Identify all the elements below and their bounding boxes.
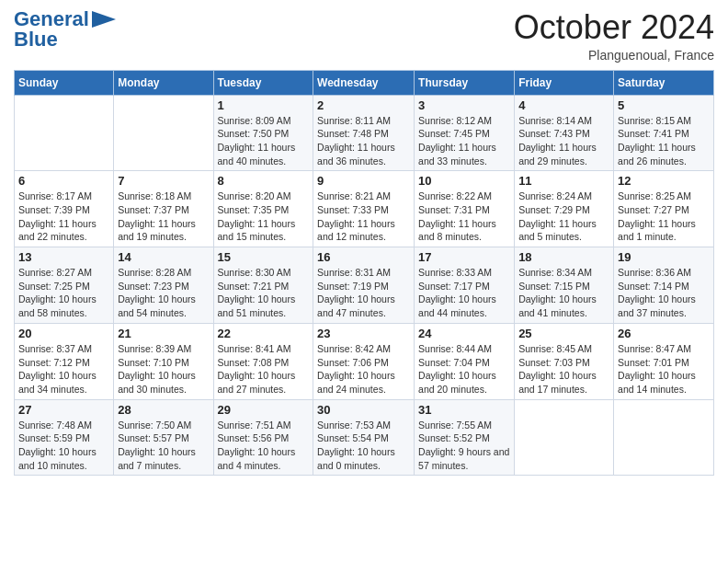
day-detail: Sunrise: 8:15 AM Sunset: 7:41 PM Dayligh… <box>618 114 710 168</box>
calendar-cell: 30Sunrise: 7:53 AM Sunset: 5:54 PM Dayli… <box>313 399 415 476</box>
day-detail: Sunrise: 8:20 AM Sunset: 7:35 PM Dayligh… <box>218 190 310 244</box>
calendar-cell: 25Sunrise: 8:45 AM Sunset: 7:03 PM Dayli… <box>515 323 614 399</box>
calendar-cell: 18Sunrise: 8:34 AM Sunset: 7:15 PM Dayli… <box>515 247 614 324</box>
day-number: 3 <box>418 98 510 112</box>
day-detail: Sunrise: 8:36 AM Sunset: 7:14 PM Dayligh… <box>618 266 710 320</box>
day-detail: Sunrise: 8:22 AM Sunset: 7:31 PM Dayligh… <box>418 190 510 244</box>
calendar-cell: 23Sunrise: 8:42 AM Sunset: 7:06 PM Dayli… <box>313 323 415 399</box>
day-number: 16 <box>317 250 410 264</box>
calendar-cell: 14Sunrise: 8:28 AM Sunset: 7:23 PM Dayli… <box>114 247 213 324</box>
day-number: 20 <box>18 327 109 340</box>
calendar-cell: 24Sunrise: 8:44 AM Sunset: 7:04 PM Dayli… <box>415 323 515 399</box>
calendar-cell: 8Sunrise: 8:20 AM Sunset: 7:35 PM Daylig… <box>213 171 313 247</box>
logo-general: General <box>14 9 89 29</box>
calendar-cell <box>114 95 213 171</box>
day-detail: Sunrise: 8:18 AM Sunset: 7:37 PM Dayligh… <box>118 190 209 244</box>
calendar-cell: 31Sunrise: 7:55 AM Sunset: 5:52 PM Dayli… <box>415 399 515 476</box>
calendar-week-4: 20Sunrise: 8:37 AM Sunset: 7:12 PM Dayli… <box>15 323 714 399</box>
calendar-week-5: 27Sunrise: 7:48 AM Sunset: 5:59 PM Dayli… <box>15 399 714 476</box>
day-number: 5 <box>618 98 710 112</box>
day-number: 28 <box>118 403 209 417</box>
day-detail: Sunrise: 8:41 AM Sunset: 7:08 PM Dayligh… <box>218 342 310 396</box>
day-detail: Sunrise: 8:21 AM Sunset: 7:33 PM Dayligh… <box>317 190 410 244</box>
column-header-monday: Monday <box>114 70 213 95</box>
calendar-cell: 22Sunrise: 8:41 AM Sunset: 7:08 PM Dayli… <box>213 323 313 399</box>
calendar-cell: 17Sunrise: 8:33 AM Sunset: 7:17 PM Dayli… <box>415 247 515 324</box>
day-number: 25 <box>518 327 609 340</box>
day-number: 23 <box>317 327 410 340</box>
day-detail: Sunrise: 8:37 AM Sunset: 7:12 PM Dayligh… <box>18 342 109 396</box>
calendar-cell: 29Sunrise: 7:51 AM Sunset: 5:56 PM Dayli… <box>213 399 313 476</box>
day-detail: Sunrise: 8:34 AM Sunset: 7:15 PM Dayligh… <box>518 266 609 320</box>
day-number: 29 <box>218 403 310 417</box>
day-number: 2 <box>317 98 410 112</box>
calendar-cell: 9Sunrise: 8:21 AM Sunset: 7:33 PM Daylig… <box>313 171 415 247</box>
calendar-cell: 27Sunrise: 7:48 AM Sunset: 5:59 PM Dayli… <box>15 399 114 476</box>
day-detail: Sunrise: 8:24 AM Sunset: 7:29 PM Dayligh… <box>518 190 609 244</box>
calendar-cell: 20Sunrise: 8:37 AM Sunset: 7:12 PM Dayli… <box>15 323 114 399</box>
day-detail: Sunrise: 8:42 AM Sunset: 7:06 PM Dayligh… <box>317 342 410 396</box>
column-header-sunday: Sunday <box>15 70 114 95</box>
calendar-cell <box>614 399 714 476</box>
day-detail: Sunrise: 8:45 AM Sunset: 7:03 PM Dayligh… <box>518 342 609 396</box>
calendar-cell: 6Sunrise: 8:17 AM Sunset: 7:39 PM Daylig… <box>15 171 114 247</box>
calendar-cell: 21Sunrise: 8:39 AM Sunset: 7:10 PM Dayli… <box>114 323 213 399</box>
calendar-cell: 15Sunrise: 8:30 AM Sunset: 7:21 PM Dayli… <box>213 247 313 324</box>
day-number: 1 <box>218 98 310 112</box>
header: General Blue October 2024 Planguenoual, … <box>14 9 714 63</box>
day-number: 18 <box>518 250 609 264</box>
day-number: 31 <box>418 403 510 417</box>
day-number: 26 <box>618 327 710 340</box>
calendar-cell: 28Sunrise: 7:50 AM Sunset: 5:57 PM Dayli… <box>114 399 213 476</box>
day-detail: Sunrise: 8:31 AM Sunset: 7:19 PM Dayligh… <box>317 266 410 320</box>
month-title: October 2024 <box>514 9 714 46</box>
day-detail: Sunrise: 8:14 AM Sunset: 7:43 PM Dayligh… <box>518 114 609 168</box>
location-subtitle: Planguenoual, France <box>514 48 714 63</box>
day-detail: Sunrise: 8:17 AM Sunset: 7:39 PM Dayligh… <box>18 190 109 244</box>
svg-marker-0 <box>92 11 116 28</box>
calendar-week-2: 6Sunrise: 8:17 AM Sunset: 7:39 PM Daylig… <box>15 171 714 247</box>
day-number: 7 <box>118 174 209 188</box>
day-detail: Sunrise: 8:09 AM Sunset: 7:50 PM Dayligh… <box>218 114 310 168</box>
calendar-cell: 10Sunrise: 8:22 AM Sunset: 7:31 PM Dayli… <box>415 171 515 247</box>
logo-blue: Blue <box>14 29 58 50</box>
calendar-cell: 3Sunrise: 8:12 AM Sunset: 7:45 PM Daylig… <box>415 95 515 171</box>
day-detail: Sunrise: 8:27 AM Sunset: 7:25 PM Dayligh… <box>18 266 109 320</box>
day-number: 24 <box>418 327 510 340</box>
logo-text: General <box>14 9 116 29</box>
day-number: 14 <box>118 250 209 264</box>
day-number: 22 <box>218 327 310 340</box>
day-detail: Sunrise: 8:39 AM Sunset: 7:10 PM Dayligh… <box>118 342 209 396</box>
day-detail: Sunrise: 7:55 AM Sunset: 5:52 PM Dayligh… <box>418 419 510 473</box>
title-block: October 2024 Planguenoual, France <box>514 9 714 63</box>
day-number: 4 <box>518 98 609 112</box>
day-detail: Sunrise: 8:12 AM Sunset: 7:45 PM Dayligh… <box>418 114 510 168</box>
logo: General Blue <box>14 9 116 50</box>
day-detail: Sunrise: 7:51 AM Sunset: 5:56 PM Dayligh… <box>218 419 310 473</box>
day-detail: Sunrise: 8:25 AM Sunset: 7:27 PM Dayligh… <box>618 190 710 244</box>
calendar-cell: 26Sunrise: 8:47 AM Sunset: 7:01 PM Dayli… <box>614 323 714 399</box>
calendar-cell <box>515 399 614 476</box>
column-header-thursday: Thursday <box>415 70 515 95</box>
day-number: 21 <box>118 327 209 340</box>
calendar-cell: 7Sunrise: 8:18 AM Sunset: 7:37 PM Daylig… <box>114 171 213 247</box>
day-detail: Sunrise: 8:44 AM Sunset: 7:04 PM Dayligh… <box>418 342 510 396</box>
day-detail: Sunrise: 7:48 AM Sunset: 5:59 PM Dayligh… <box>18 419 109 473</box>
calendar-cell: 11Sunrise: 8:24 AM Sunset: 7:29 PM Dayli… <box>515 171 614 247</box>
calendar-cell: 1Sunrise: 8:09 AM Sunset: 7:50 PM Daylig… <box>213 95 313 171</box>
column-header-friday: Friday <box>515 70 614 95</box>
calendar-cell: 12Sunrise: 8:25 AM Sunset: 7:27 PM Dayli… <box>614 171 714 247</box>
day-number: 19 <box>618 250 710 264</box>
calendar-week-3: 13Sunrise: 8:27 AM Sunset: 7:25 PM Dayli… <box>15 247 714 324</box>
day-detail: Sunrise: 7:50 AM Sunset: 5:57 PM Dayligh… <box>118 419 209 473</box>
column-header-tuesday: Tuesday <box>213 70 313 95</box>
calendar-cell: 2Sunrise: 8:11 AM Sunset: 7:48 PM Daylig… <box>313 95 415 171</box>
day-detail: Sunrise: 8:11 AM Sunset: 7:48 PM Dayligh… <box>317 114 410 168</box>
calendar-header-row: SundayMondayTuesdayWednesdayThursdayFrid… <box>15 70 714 95</box>
day-number: 15 <box>218 250 310 264</box>
calendar-cell: 16Sunrise: 8:31 AM Sunset: 7:19 PM Dayli… <box>313 247 415 324</box>
day-number: 8 <box>218 174 310 188</box>
column-header-wednesday: Wednesday <box>313 70 415 95</box>
day-number: 30 <box>317 403 410 417</box>
calendar-cell <box>15 95 114 171</box>
